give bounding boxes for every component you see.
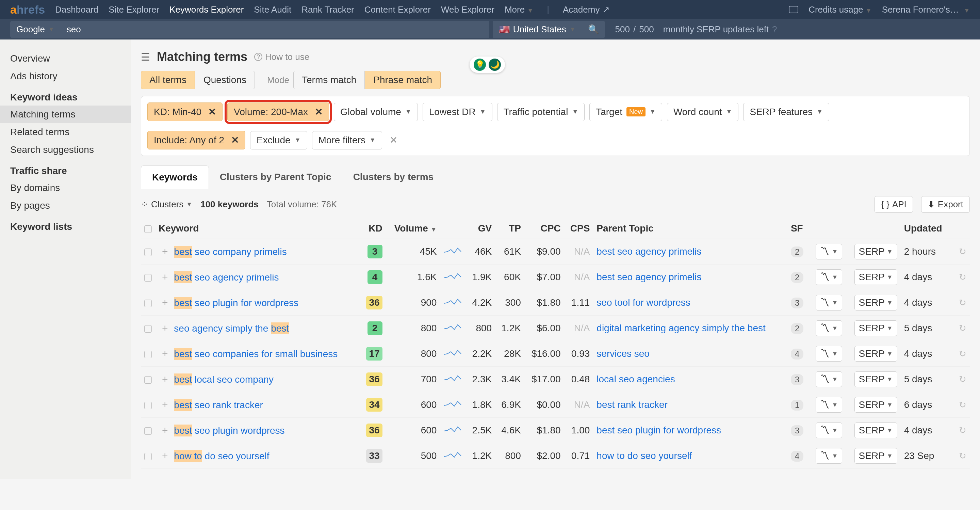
col-cpc[interactable]: CPC	[524, 218, 564, 239]
expand-icon[interactable]: +	[162, 297, 168, 308]
row-checkbox[interactable]	[144, 427, 152, 435]
keyword-link[interactable]: best local seo company	[174, 373, 274, 386]
pill-questions[interactable]: Questions	[195, 71, 255, 89]
serp-button[interactable]: SERP ▼	[854, 244, 897, 260]
tab-keywords[interactable]: Keywords	[141, 166, 209, 189]
filter-target[interactable]: Target New ▼	[589, 103, 662, 121]
hamburger-icon[interactable]: ☰	[141, 51, 150, 63]
parent-topic-link[interactable]: services seo	[597, 348, 649, 359]
parent-topic-link[interactable]: best seo plugin for wordpress	[597, 425, 721, 435]
refresh-icon[interactable]: ↻	[959, 425, 966, 435]
export-button[interactable]: ⬇ Export	[921, 196, 970, 213]
col-parent-topic[interactable]: Parent Topic	[593, 218, 788, 239]
trend-button[interactable]: 〽 ▼	[816, 269, 842, 285]
parent-topic-link[interactable]: best seo agency primelis	[597, 272, 701, 282]
sidebar-search-suggestions[interactable]: Search suggestions	[0, 141, 130, 159]
parent-topic-link[interactable]: best rank tracker	[597, 399, 668, 410]
trend-button[interactable]: 〽 ▼	[816, 397, 842, 413]
trend-button[interactable]: 〽 ▼	[816, 371, 842, 387]
col-sf[interactable]: SF	[788, 218, 809, 239]
serp-button[interactable]: SERP ▼	[854, 448, 897, 464]
row-checkbox[interactable]	[144, 453, 152, 460]
refresh-icon[interactable]: ↻	[959, 298, 966, 308]
tab-clusters-parent[interactable]: Clusters by Parent Topic	[209, 166, 342, 189]
row-checkbox[interactable]	[144, 402, 152, 409]
trend-button[interactable]: 〽 ▼	[816, 422, 842, 438]
search-button[interactable]: 🔍	[582, 21, 605, 38]
serp-button[interactable]: SERP ▼	[854, 346, 897, 362]
parent-topic-link[interactable]: digital marketing agency simply the best	[597, 323, 765, 333]
parent-topic-link[interactable]: seo tool for wordpress	[597, 297, 690, 308]
serp-button[interactable]: SERP ▼	[854, 320, 897, 336]
col-keyword[interactable]: Keyword	[155, 218, 360, 239]
parent-topic-link[interactable]: how to do seo yourself	[597, 450, 692, 461]
logo[interactable]: ahrefs	[10, 3, 45, 16]
clusters-button[interactable]: ⁘ Clusters ▼	[141, 199, 192, 210]
filter-exclude[interactable]: Exclude ▼	[250, 131, 307, 150]
serp-button[interactable]: SERP ▼	[854, 371, 897, 387]
expand-icon[interactable]: +	[162, 322, 168, 334]
close-icon[interactable]: ✕	[315, 106, 323, 118]
close-icon[interactable]: ✕	[231, 134, 239, 146]
expand-icon[interactable]: +	[162, 399, 168, 410]
filter-word-count[interactable]: Word count ▼	[667, 103, 739, 121]
sidebar-ads-history[interactable]: Ads history	[0, 67, 130, 85]
keyword-link[interactable]: best seo plugin wordpress	[174, 424, 285, 437]
keyword-link[interactable]: how to do seo yourself	[174, 450, 269, 462]
row-checkbox[interactable]	[144, 351, 152, 358]
nav-dashboard[interactable]: Dashboard	[55, 5, 98, 15]
expand-icon[interactable]: +	[162, 373, 168, 385]
serp-button[interactable]: SERP ▼	[854, 269, 897, 285]
sidebar-by-domains[interactable]: By domains	[0, 179, 130, 197]
expand-icon[interactable]: +	[162, 271, 168, 282]
serp-button[interactable]: SERP ▼	[854, 422, 897, 438]
nav-site-explorer[interactable]: Site Explorer	[108, 5, 159, 15]
col-gv[interactable]: GV	[466, 218, 495, 239]
api-button[interactable]: { } API	[875, 196, 913, 213]
expand-icon[interactable]: +	[162, 348, 168, 359]
sidebar-related-terms[interactable]: Related terms	[0, 123, 130, 141]
trend-button[interactable]: 〽 ▼	[816, 448, 842, 464]
search-input[interactable]	[60, 21, 489, 38]
keyword-link[interactable]: best seo rank tracker	[174, 399, 263, 411]
col-cps[interactable]: CPS	[564, 218, 593, 239]
credits-usage[interactable]: Credits usage ▼	[808, 5, 872, 15]
keyword-link[interactable]: best seo companies for small business	[174, 348, 337, 360]
clear-filters[interactable]: ✕	[390, 134, 398, 146]
trend-button[interactable]: 〽 ▼	[816, 244, 842, 260]
col-tp[interactable]: TP	[495, 218, 524, 239]
help-icon[interactable]: ?	[772, 24, 777, 35]
monitor-icon[interactable]	[789, 6, 798, 13]
expand-icon[interactable]: +	[162, 246, 168, 257]
how-to-use[interactable]: ? How to use	[254, 52, 309, 62]
refresh-icon[interactable]: ↻	[959, 451, 966, 461]
refresh-icon[interactable]: ↻	[959, 374, 966, 384]
refresh-icon[interactable]: ↻	[959, 272, 966, 282]
sidebar-by-pages[interactable]: By pages	[0, 197, 130, 215]
nav-more[interactable]: More ▼	[504, 5, 533, 15]
filter-global-volume[interactable]: Global volume ▼	[334, 103, 418, 121]
expand-icon[interactable]: +	[162, 424, 168, 436]
sidebar-overview[interactable]: Overview	[0, 50, 130, 67]
select-all-checkbox[interactable]	[144, 225, 152, 233]
filter-lowest-dr[interactable]: Lowest DR ▼	[423, 103, 492, 121]
trend-button[interactable]: 〽 ▼	[816, 320, 842, 336]
refresh-icon[interactable]: ↻	[959, 349, 966, 359]
row-checkbox[interactable]	[144, 249, 152, 256]
filter-more[interactable]: More filters ▼	[312, 131, 382, 150]
nav-academy[interactable]: Academy ↗	[563, 5, 610, 15]
filter-include[interactable]: Include: Any of 2✕	[147, 131, 245, 150]
refresh-icon[interactable]: ↻	[959, 400, 966, 410]
keyword-link[interactable]: best seo company primelis	[174, 246, 287, 258]
row-checkbox[interactable]	[144, 274, 152, 282]
nav-content-explorer[interactable]: Content Explorer	[364, 5, 431, 15]
nav-rank-tracker[interactable]: Rank Tracker	[301, 5, 354, 15]
parent-topic-link[interactable]: best seo agency primelis	[597, 246, 701, 257]
theme-toggle[interactable]: 💡 🌙	[469, 56, 505, 73]
filter-kd[interactable]: KD: Min-40✕	[147, 102, 223, 121]
trend-button[interactable]: 〽 ▼	[816, 295, 842, 311]
country-select[interactable]: 🇺🇸 United States ▼	[493, 21, 582, 38]
filter-volume[interactable]: Volume: 200-Max✕	[227, 102, 329, 121]
pill-all-terms[interactable]: All terms	[141, 71, 195, 89]
refresh-icon[interactable]: ↻	[959, 247, 966, 257]
